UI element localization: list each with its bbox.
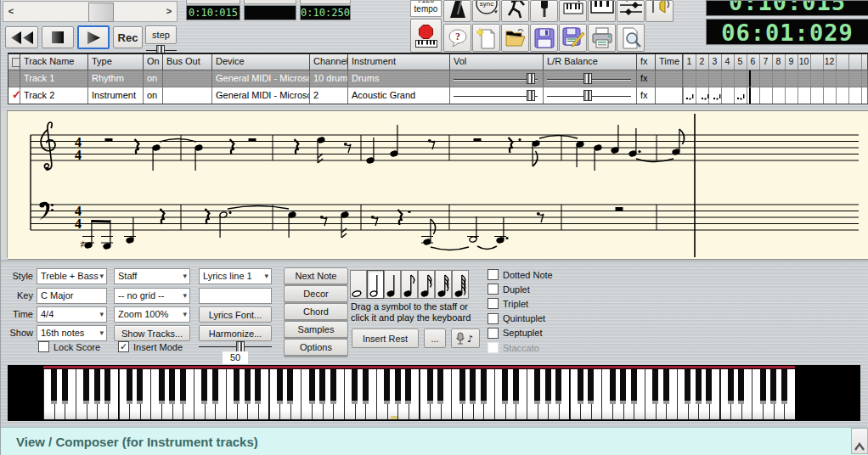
black-key[interactable]: [309, 369, 315, 404]
black-key[interactable]: [51, 369, 57, 404]
black-key[interactable]: [696, 369, 702, 404]
header-measures[interactable]: 1234567891012: [683, 54, 868, 70]
key-field[interactable]: C Major: [37, 288, 107, 304]
black-key[interactable]: [83, 369, 89, 404]
print-button[interactable]: [588, 24, 616, 52]
play-button[interactable]: [77, 25, 110, 49]
track1-measures[interactable]: [683, 70, 868, 87]
track1-balance-thumb[interactable]: [583, 73, 592, 84]
track1-balance-slider[interactable]: [544, 70, 637, 87]
black-key[interactable]: [534, 369, 540, 404]
black-key[interactable]: [127, 369, 132, 404]
stop-button[interactable]: [42, 26, 74, 48]
rewind-button[interactable]: [5, 26, 38, 48]
black-key[interactable]: [384, 369, 390, 404]
eighth-note-button[interactable]: [401, 270, 418, 299]
black-key[interactable]: [287, 369, 293, 404]
scroll-right-arrow[interactable]: >: [161, 2, 177, 21]
track1-time[interactable]: [656, 70, 683, 87]
metronome-button[interactable]: [443, 0, 471, 22]
checkbox-quintuplet[interactable]: Quintuplet: [488, 313, 545, 324]
insert-mode-checkbox[interactable]: ✓Insert Mode: [118, 341, 183, 352]
track2-balance-thumb[interactable]: [583, 90, 592, 101]
black-key[interactable]: [545, 369, 551, 404]
record-button[interactable]: Rec: [113, 26, 143, 48]
sync-button[interactable]: sync: [472, 0, 500, 22]
scrollbar-thumb[interactable]: [88, 3, 114, 22]
black-key[interactable]: [555, 369, 561, 404]
velocity-slider[interactable]: [199, 343, 272, 351]
header-channel[interactable]: Channel: [310, 54, 348, 70]
black-key[interactable]: [437, 369, 443, 404]
header-device[interactable]: Device: [212, 54, 310, 70]
black-key[interactable]: [578, 369, 583, 404]
grid-dropdown[interactable]: -- no grid --▾: [114, 288, 190, 304]
black-key[interactable]: [180, 369, 186, 404]
new-file-button[interactable]: [472, 24, 500, 52]
black-key[interactable]: [104, 369, 110, 404]
checkbox-dotted-note[interactable]: Dotted Note: [488, 269, 553, 280]
track1-vol-thumb[interactable]: [527, 73, 535, 84]
black-key[interactable]: [588, 369, 594, 404]
audio-input-button[interactable]: [530, 0, 558, 22]
black-key[interactable]: [201, 369, 207, 404]
save-button[interactable]: [530, 24, 558, 52]
thirtysecond-note-button[interactable]: [435, 270, 452, 299]
black-key[interactable]: [631, 369, 637, 404]
insert-rest-button[interactable]: Insert Rest: [352, 329, 419, 348]
black-key[interactable]: [706, 369, 712, 404]
keyboard-view-button[interactable]: [588, 0, 616, 22]
checkbox-triplet[interactable]: Triplet: [488, 298, 528, 309]
style-dropdown[interactable]: Treble + Bass▾: [37, 268, 107, 284]
black-key[interactable]: [685, 369, 690, 404]
piano-keyboard[interactable]: [43, 368, 795, 419]
track1-device[interactable]: General MIDI - Microso: [212, 70, 310, 87]
sixtyfourth-note-button[interactable]: [452, 270, 469, 299]
header-instrument[interactable]: Instrument: [348, 54, 450, 70]
black-key[interactable]: [245, 369, 251, 404]
tab-options[interactable]: Options: [284, 339, 348, 356]
header-type[interactable]: Type: [88, 54, 144, 70]
scroll-up-button[interactable]: [851, 428, 868, 454]
black-key[interactable]: [738, 369, 744, 404]
header-track-name[interactable]: Track Name: [20, 54, 88, 70]
black-key[interactable]: [610, 369, 616, 404]
track1-vol-slider[interactable]: [450, 70, 544, 87]
help-button[interactable]: ?: [443, 24, 471, 52]
black-key[interactable]: [62, 369, 68, 404]
sixteenth-note-button[interactable]: [418, 270, 435, 299]
lock-score-checkbox[interactable]: Lock Score: [38, 341, 100, 352]
black-key[interactable]: [513, 369, 519, 404]
show-tracks-button[interactable]: Show Tracks...: [114, 325, 190, 341]
header-fx[interactable]: fx: [637, 54, 656, 70]
more-options-button[interactable]: ...: [424, 329, 446, 348]
tune-instrument-button[interactable]: [559, 0, 587, 22]
header-vol[interactable]: Vol: [450, 54, 544, 70]
black-key[interactable]: [459, 369, 465, 404]
black-key[interactable]: [94, 369, 100, 404]
quarter-note-button[interactable]: [384, 270, 401, 299]
scroll-left-arrow[interactable]: <: [3, 2, 19, 21]
zoom-dropdown[interactable]: Zoom 100%▾: [114, 306, 190, 323]
black-key[interactable]: [652, 369, 658, 404]
tab-next-note[interactable]: Next Note: [284, 267, 348, 284]
track1-bus[interactable]: [163, 70, 212, 87]
black-key[interactable]: [234, 369, 240, 404]
top-scrollbar[interactable]: < >: [3, 1, 178, 22]
black-key[interactable]: [770, 369, 776, 404]
track1-instrument[interactable]: Drums: [348, 70, 450, 87]
track1-channel[interactable]: 10 drums: [310, 70, 348, 87]
mixer-button[interactable]: [617, 0, 645, 22]
header-on[interactable]: On: [144, 54, 163, 70]
whole-note-button[interactable]: [350, 270, 367, 299]
black-key[interactable]: [169, 369, 175, 404]
black-key[interactable]: [427, 369, 433, 404]
header-balance[interactable]: L/R Balance: [544, 54, 637, 70]
staff-notation[interactable]: 4444♯: [8, 111, 868, 259]
black-key[interactable]: [352, 369, 358, 404]
print-preview-button[interactable]: [617, 24, 645, 52]
open-file-button[interactable]: [501, 24, 529, 52]
half-note-button[interactable]: [367, 270, 384, 299]
header-time[interactable]: Time: [656, 54, 683, 70]
black-key[interactable]: [255, 369, 261, 404]
